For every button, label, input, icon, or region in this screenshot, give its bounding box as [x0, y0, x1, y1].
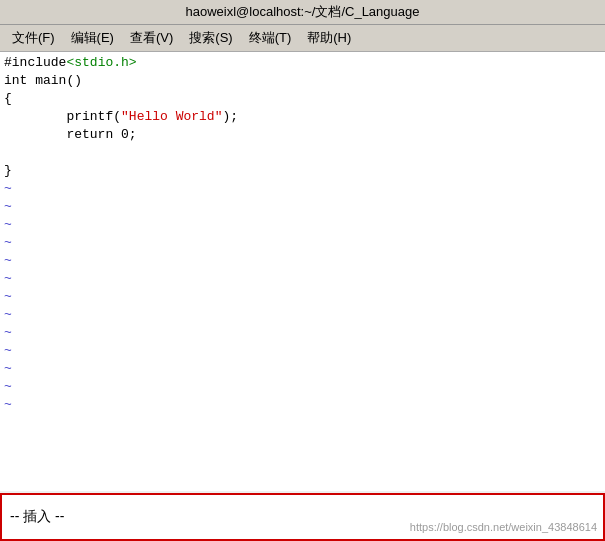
watermark: https://blog.csdn.net/weixin_43848614	[410, 521, 597, 533]
menu-edit[interactable]: 编辑(E)	[63, 27, 122, 49]
code-line-main: int main()	[4, 72, 601, 90]
tilde-1: ~	[4, 180, 601, 198]
code-line-close-brace: }	[4, 162, 601, 180]
tilde-9: ~	[4, 324, 601, 342]
tilde-5: ~	[4, 252, 601, 270]
tilde-2: ~	[4, 198, 601, 216]
tilde-6: ~	[4, 270, 601, 288]
tilde-11: ~	[4, 360, 601, 378]
tilde-7: ~	[4, 288, 601, 306]
menu-search[interactable]: 搜索(S)	[181, 27, 240, 49]
code-line-printf: printf("Hello World");	[4, 108, 601, 126]
code-line-open-brace: {	[4, 90, 601, 108]
status-bar: -- 插入 -- https://blog.csdn.net/weixin_43…	[0, 493, 605, 541]
menu-file[interactable]: 文件(F)	[4, 27, 63, 49]
title-text: haoweixl@localhost:~/文档/C_Language	[186, 4, 420, 19]
menu-bar: 文件(F) 编辑(E) 查看(V) 搜索(S) 终端(T) 帮助(H)	[0, 25, 605, 52]
status-text: -- 插入 --	[10, 508, 64, 526]
title-bar: haoweixl@localhost:~/文档/C_Language	[0, 0, 605, 25]
tilde-3: ~	[4, 216, 601, 234]
tilde-10: ~	[4, 342, 601, 360]
code-line-return: return 0;	[4, 126, 601, 144]
code-line-include: #include<stdio.h>	[4, 54, 601, 72]
menu-view[interactable]: 查看(V)	[122, 27, 181, 49]
tilde-13: ~	[4, 396, 601, 414]
code-line-empty	[4, 144, 601, 162]
editor[interactable]: #include<stdio.h> int main() { printf("H…	[0, 52, 605, 491]
menu-terminal[interactable]: 终端(T)	[241, 27, 300, 49]
tilde-4: ~	[4, 234, 601, 252]
tilde-8: ~	[4, 306, 601, 324]
menu-help[interactable]: 帮助(H)	[299, 27, 359, 49]
tilde-12: ~	[4, 378, 601, 396]
